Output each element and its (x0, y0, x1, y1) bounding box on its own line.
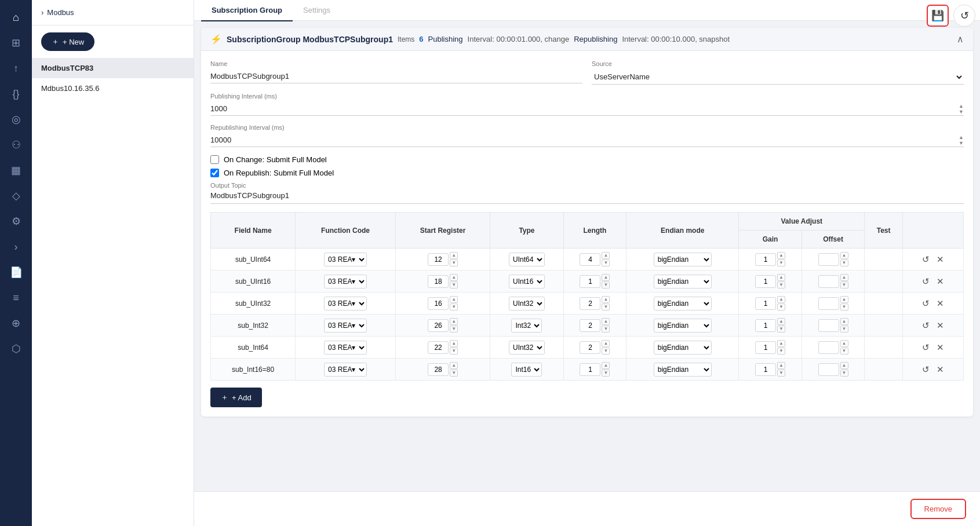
endian-select[interactable]: bigEndian (654, 341, 712, 355)
add-button[interactable]: ＋ + Add (210, 388, 262, 407)
length-cell: ▲▼ (563, 271, 626, 293)
refresh-row-button[interactable]: ↺ (919, 363, 933, 377)
collapse-button[interactable]: ∧ (957, 34, 964, 45)
gain-input[interactable] (755, 275, 776, 288)
function-code-select[interactable]: 03 REA▾ (324, 341, 367, 355)
type-select[interactable]: UInt32 (509, 297, 545, 311)
republishing-interval-input[interactable] (210, 133, 959, 147)
offset-input[interactable] (818, 319, 839, 332)
endian-select[interactable]: bigEndian (654, 253, 712, 266)
on-change-checkbox[interactable] (210, 155, 219, 164)
republishing-spinbox: ▲ ▼ (210, 133, 964, 147)
stream-icon[interactable]: ≡ (5, 286, 28, 309)
type-select[interactable]: UInt64 (509, 253, 545, 266)
length-input[interactable] (580, 253, 600, 266)
refresh-row-button[interactable]: ↺ (919, 297, 933, 311)
republishing-spinners[interactable]: ▲ ▼ (959, 134, 964, 146)
name-input[interactable] (210, 70, 582, 83)
function-code-select[interactable]: 03 REA▾ (324, 275, 367, 288)
function-code-select[interactable]: 03 REA▾ (324, 319, 367, 333)
endian-select[interactable]: bigEndian (654, 275, 712, 288)
sidebar-item-mdbus[interactable]: Mdbus10.16.35.6 (32, 78, 194, 98)
offset-input[interactable] (818, 297, 839, 310)
start-reg-input[interactable] (428, 341, 449, 354)
tab-settings[interactable]: Settings (293, 0, 341, 21)
refresh-row-button[interactable]: ↺ (919, 275, 933, 288)
table-icon[interactable]: ▦ (5, 159, 28, 182)
on-republish-row: On Republish: Submit Full Model (210, 169, 964, 177)
length-input[interactable] (580, 319, 600, 332)
length-input[interactable] (580, 363, 600, 376)
top-actions: 💾 ↺ (927, 5, 975, 27)
actions-cell: ↺✕ (902, 249, 963, 271)
gain-input[interactable] (755, 363, 776, 376)
gain-input[interactable] (755, 319, 776, 332)
refresh-button[interactable]: ↺ (953, 5, 975, 27)
refresh-row-button[interactable]: ↺ (919, 319, 933, 333)
gain-input[interactable] (755, 253, 776, 266)
offset-input[interactable] (818, 341, 839, 354)
home-icon[interactable]: ⌂ (5, 6, 28, 29)
wifi-icon[interactable]: ◎ (5, 108, 28, 131)
share-icon[interactable]: ↑ (5, 57, 28, 80)
people-icon[interactable]: ⚇ (5, 133, 28, 156)
type-select[interactable]: UInt32 (509, 341, 545, 355)
on-republish-checkbox[interactable] (210, 169, 219, 177)
refresh-row-button[interactable]: ↺ (919, 341, 933, 355)
table-row: sub_UInt1603 REA▾▲▼UInt16▲▼bigEndian▲▼▲▼… (211, 271, 964, 293)
length-cell: ▲▼ (563, 337, 626, 359)
length-input[interactable] (580, 297, 600, 310)
tab-subscription-group[interactable]: Subscription Group (201, 0, 293, 21)
length-input[interactable] (580, 275, 600, 288)
gain-cell: ▲▼ (739, 337, 802, 359)
delete-row-button[interactable]: ✕ (933, 319, 948, 333)
function-code-select[interactable]: 03 REA▾ (324, 253, 367, 266)
endian-select[interactable]: bigEndian (654, 319, 712, 333)
th-function-code: Function Code (296, 213, 396, 249)
delete-row-button[interactable]: ✕ (933, 253, 948, 266)
offset-input[interactable] (818, 275, 839, 288)
map-icon[interactable]: ⊕ (5, 312, 28, 335)
start-reg-input[interactable] (428, 297, 449, 310)
source-select[interactable]: UseServerName (592, 70, 964, 85)
start-reg-input[interactable] (428, 319, 449, 332)
actions-cell: ↺✕ (902, 359, 963, 381)
th-actions (902, 213, 963, 249)
endian-select[interactable]: bigEndian (654, 297, 712, 311)
file-icon[interactable]: 📄 (5, 261, 28, 284)
save-button[interactable]: 💾 (927, 5, 949, 27)
gain-input[interactable] (755, 297, 776, 310)
function-code-cell: 03 REA▾ (296, 315, 396, 337)
delete-row-button[interactable]: ✕ (933, 275, 948, 288)
sidebar-item-modbustcp83[interactable]: ModbusTCP83 (32, 58, 194, 78)
delete-row-button[interactable]: ✕ (933, 341, 948, 355)
endian-select[interactable]: bigEndian (654, 363, 712, 377)
function-code-select[interactable]: 03 REA▾ (324, 297, 367, 311)
box-icon[interactable]: ⬡ (5, 337, 28, 360)
publishing-spinners[interactable]: ▲ ▼ (959, 103, 964, 115)
start-reg-input[interactable] (428, 275, 449, 288)
type-select[interactable]: Int16 (511, 363, 542, 377)
length-input[interactable] (580, 341, 600, 354)
new-button[interactable]: ＋ + New (41, 32, 94, 51)
delete-row-button[interactable]: ✕ (933, 297, 948, 311)
dashboard-icon[interactable]: ⊞ (5, 31, 28, 54)
function-code-select[interactable]: 03 REA▾ (324, 363, 367, 377)
gain-input[interactable] (755, 341, 776, 354)
type-select[interactable]: Int32 (511, 319, 542, 333)
fields-table: Field Name Function Code Start Register … (210, 212, 964, 381)
offset-input[interactable] (818, 253, 839, 266)
start-reg-input[interactable] (428, 363, 449, 376)
delete-row-button[interactable]: ✕ (933, 363, 948, 377)
start-reg-input[interactable] (428, 253, 449, 266)
arrow-right-icon[interactable]: › (5, 235, 28, 258)
refresh-row-button[interactable]: ↺ (919, 253, 933, 266)
diamond-icon[interactable]: ◇ (5, 184, 28, 207)
workflow-icon[interactable]: ⚙ (5, 210, 28, 233)
type-select[interactable]: UInt16 (509, 275, 545, 288)
table-row: sub_UInt3203 REA▾▲▼UInt32▲▼bigEndian▲▼▲▼… (211, 293, 964, 315)
code-icon[interactable]: {} (5, 82, 28, 105)
remove-button[interactable]: Remove (910, 499, 966, 519)
offset-input[interactable] (818, 363, 839, 376)
publishing-interval-input[interactable] (210, 102, 959, 115)
